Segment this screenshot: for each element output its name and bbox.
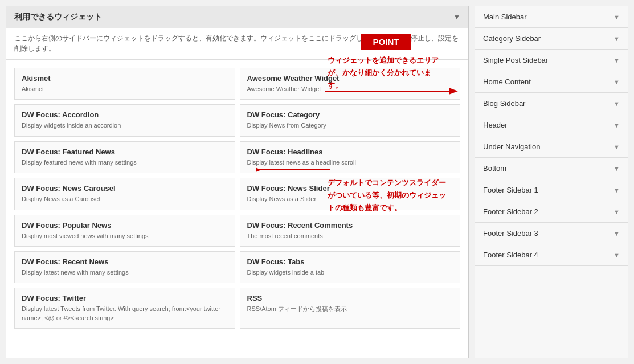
chevron-down-icon: ▼ <box>613 14 620 21</box>
sidebar-item-label: Footer Sidebar 4 <box>483 251 538 259</box>
sidebar-item-label: Main Sidebar <box>483 13 527 21</box>
chevron-down-icon: ▼ <box>613 208 620 215</box>
widget-desc: Display News as a Slider <box>247 195 453 203</box>
chevron-down-icon: ▼ <box>613 122 620 129</box>
widget-awesome-weather[interactable]: Awesome Weather Widget Awesome Weather W… <box>240 68 461 100</box>
sidebar-item-label: Bottom <box>483 164 506 173</box>
chevron-down-icon: ▼ <box>613 35 620 42</box>
widgets-grid: Akismet Akismet Awesome Weather Widget A… <box>6 60 468 337</box>
widget-category[interactable]: DW Focus: Category Display News from Cat… <box>240 104 461 136</box>
widget-name: DW Focus: Recent News <box>22 257 228 266</box>
widget-recent-comments[interactable]: DW Focus: Recent Comments The most recen… <box>240 215 461 247</box>
sidebar-item-label: Header <box>483 121 508 129</box>
widget-twitter[interactable]: DW Focus: Twitter Display latest Tweets … <box>14 288 235 329</box>
sidebar-item-home-content[interactable]: Home Content ▼ <box>475 71 628 93</box>
sidebar-item-footer4[interactable]: Footer Sidebar 4 ▼ <box>475 244 628 266</box>
sidebar-item-label: Home Content <box>483 77 531 86</box>
widget-desc: Display latest Tweets from Twitter. With… <box>22 305 228 322</box>
panel-collapse-icon[interactable]: ▼ <box>453 13 460 21</box>
widget-popular-news[interactable]: DW Focus: Popular News Display most view… <box>14 215 235 247</box>
widget-name: Awesome Weather Widget <box>247 74 453 83</box>
widget-featured-news[interactable]: DW Focus: Featured News Display featured… <box>14 141 235 173</box>
sidebar-item-label: Footer Sidebar 3 <box>483 229 538 238</box>
sidebar-item-label: Blog Sidebar <box>483 99 525 108</box>
widget-name: DW Focus: Accordion <box>22 111 228 119</box>
widget-name: DW Focus: Category <box>247 111 453 119</box>
widget-name: Akismet <box>22 74 228 83</box>
sidebar-item-footer3[interactable]: Footer Sidebar 3 ▼ <box>475 223 628 244</box>
sidebar-item-header[interactable]: Header ▼ <box>475 114 628 136</box>
widget-desc: Display News from Category <box>247 121 453 130</box>
widget-desc: Display widgets inside a tab <box>247 268 453 277</box>
sidebar-item-main[interactable]: Main Sidebar ▼ <box>475 6 628 28</box>
chevron-down-icon: ▼ <box>613 100 620 107</box>
sidebar-item-label: Footer Sidebar 1 <box>483 186 538 194</box>
chevron-down-icon: ▼ <box>613 252 620 259</box>
sidebar-item-label: Footer Sidebar 2 <box>483 207 538 216</box>
sidebar-item-label: Category Sidebar <box>483 34 541 43</box>
widget-desc: Display most viewed news with many setti… <box>22 232 228 240</box>
widget-name: RSS <box>247 294 453 302</box>
sidebar-item-label: Single Post Sidebar <box>483 56 548 64</box>
widget-name: DW Focus: News Slider <box>247 184 453 193</box>
sidebar-item-single-post[interactable]: Single Post Sidebar ▼ <box>475 50 628 71</box>
widget-akismet[interactable]: Akismet Akismet <box>14 68 235 100</box>
widget-desc: Display featured news with many settings <box>22 158 228 167</box>
widget-desc: Display latest news as a headline scroll <box>247 158 453 167</box>
sidebar-panel: Main Sidebar ▼ Category Sidebar ▼ Single… <box>475 6 628 358</box>
sidebar-item-footer2[interactable]: Footer Sidebar 2 ▼ <box>475 201 628 223</box>
sidebar-item-category[interactable]: Category Sidebar ▼ <box>475 28 628 50</box>
widget-name: DW Focus: Tabs <box>247 257 453 266</box>
chevron-down-icon: ▼ <box>613 144 620 150</box>
chevron-down-icon: ▼ <box>613 57 620 64</box>
chevron-down-icon: ▼ <box>613 187 620 194</box>
widget-news-slider[interactable]: DW Focus: News Slider Display News as a … <box>240 178 461 210</box>
widget-desc: RSS/Atom フィードから投稿を表示 <box>247 305 453 313</box>
widget-tabs[interactable]: DW Focus: Tabs Display widgets inside a … <box>240 251 461 283</box>
available-widgets-panel: 利用できるウィジェット ▼ ここから右側のサイドバーにウィジェットをドラッグする… <box>6 6 469 358</box>
widget-rss[interactable]: RSS RSS/Atom フィードから投稿を表示 <box>240 288 461 329</box>
chevron-down-icon: ▼ <box>613 79 620 85</box>
widget-desc: Akismet <box>22 85 228 93</box>
widget-desc: Awesome Weather Widget <box>247 85 453 93</box>
chevron-down-icon: ▼ <box>613 230 620 237</box>
widget-desc: Display latest news with many settings <box>22 268 228 277</box>
panel-description: ここから右側のサイドバーにウィジェットをドラッグすると、有効化できます。ウィジェ… <box>6 28 468 60</box>
widget-news-carousel[interactable]: DW Focus: News Carousel Display News as … <box>14 178 235 210</box>
widget-headlines[interactable]: DW Focus: Headlines Display latest news … <box>240 141 461 173</box>
panel-header: 利用できるウィジェット ▼ <box>6 6 468 28</box>
sidebar-item-bottom[interactable]: Bottom ▼ <box>475 158 628 179</box>
sidebar-item-label: Under Navigation <box>483 142 540 151</box>
widget-name: DW Focus: Twitter <box>22 294 228 302</box>
panel-title: 利用できるウィジェット <box>14 12 102 22</box>
widget-recent-news[interactable]: DW Focus: Recent News Display latest new… <box>14 251 235 283</box>
page-wrapper: 利用できるウィジェット ▼ ここから右側のサイドバーにウィジェットをドラッグする… <box>0 0 634 364</box>
sidebar-item-blog[interactable]: Blog Sidebar ▼ <box>475 93 628 114</box>
widget-desc: Display widgets inside an accordion <box>22 121 228 130</box>
main-layout: 利用できるウィジェット ▼ ここから右側のサイドバーにウィジェットをドラッグする… <box>0 0 634 364</box>
chevron-down-icon: ▼ <box>613 165 620 172</box>
widget-desc: Display News as a Carousel <box>22 195 228 203</box>
widget-name: DW Focus: News Carousel <box>22 184 228 193</box>
widget-desc: The most recent comments <box>247 232 453 240</box>
widget-accordion[interactable]: DW Focus: Accordion Display widgets insi… <box>14 104 235 136</box>
widget-name: DW Focus: Featured News <box>22 148 228 156</box>
widget-name: DW Focus: Popular News <box>22 221 228 230</box>
widget-name: DW Focus: Headlines <box>247 148 453 156</box>
sidebar-item-under-navigation[interactable]: Under Navigation ▼ <box>475 136 628 158</box>
widget-name: DW Focus: Recent Comments <box>247 221 453 230</box>
sidebar-item-footer1[interactable]: Footer Sidebar 1 ▼ <box>475 179 628 201</box>
